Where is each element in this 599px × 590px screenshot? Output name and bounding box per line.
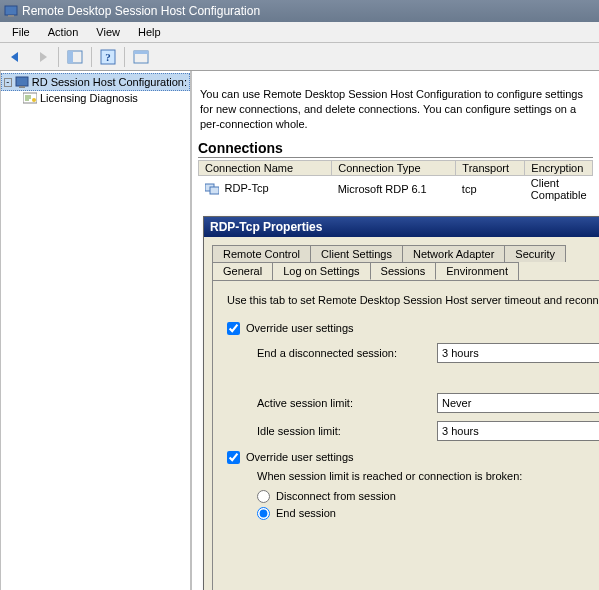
dialog-titlebar: RDP-Tcp Properties <box>204 217 599 237</box>
tab-general[interactable]: General <box>212 262 273 280</box>
svg-rect-7 <box>134 51 148 54</box>
window-title: Remote Desktop Session Host Configuratio… <box>22 4 260 18</box>
disconnect-radio-label: Disconnect from session <box>276 490 396 502</box>
end-session-radio-label: End session <box>276 507 336 519</box>
tab-sessions[interactable]: Sessions <box>370 262 437 280</box>
cell-name: RDP-Tcp <box>225 182 269 194</box>
properties-dialog: RDP-Tcp Properties Remote Control Client… <box>203 216 599 590</box>
end-disconnected-combo[interactable]: 3 hours <box>437 343 599 363</box>
tree-child-licensing[interactable]: Licensing Diagnosis <box>1 91 190 105</box>
svg-point-11 <box>32 98 36 102</box>
tree-expand-icon[interactable]: - <box>4 78 12 87</box>
svg-text:?: ? <box>105 51 111 63</box>
menubar: File Action View Help <box>0 22 599 43</box>
host-config-icon <box>15 75 29 89</box>
sessions-panel: Use this tab to set Remote Desktop Sessi… <box>212 280 599 590</box>
svg-rect-9 <box>19 86 25 88</box>
end-disconnected-label: End a disconnected session: <box>257 347 427 359</box>
disconnect-radio[interactable] <box>257 490 270 503</box>
idle-session-limit-combo[interactable]: 3 hours <box>437 421 599 441</box>
toolbar-separator <box>124 47 125 67</box>
sessions-description: Use this tab to set Remote Desktop Sessi… <box>227 293 599 308</box>
app-icon <box>4 4 18 18</box>
menu-action[interactable]: Action <box>40 24 87 40</box>
show-hide-tree-button[interactable] <box>63 46 87 68</box>
connection-icon <box>205 183 219 195</box>
svg-rect-8 <box>16 77 28 86</box>
tab-log-on-settings[interactable]: Log on Settings <box>272 262 370 280</box>
connections-table: Connection Name Connection Type Transpor… <box>198 160 593 202</box>
table-row[interactable]: RDP-Tcp Microsoft RDP 6.1 tcp Client Com… <box>199 175 593 202</box>
col-transport[interactable]: Transport <box>456 160 525 175</box>
override-user-settings-1-checkbox[interactable] <box>227 322 240 335</box>
override-user-settings-1-label: Override user settings <box>246 322 354 334</box>
cell-transport: tcp <box>456 175 525 202</box>
override-user-settings-2-checkbox[interactable] <box>227 451 240 464</box>
end-session-radio[interactable] <box>257 507 270 520</box>
toolbar-separator <box>58 47 59 67</box>
menu-view[interactable]: View <box>88 24 128 40</box>
active-session-limit-value: Never <box>442 397 471 409</box>
menu-file[interactable]: File <box>4 24 38 40</box>
window-titlebar: Remote Desktop Session Host Configuratio… <box>0 0 599 22</box>
col-connection-name[interactable]: Connection Name <box>199 160 332 175</box>
tab-security[interactable]: Security <box>504 245 566 262</box>
tab-strip: Remote Control Client Settings Network A… <box>212 245 599 280</box>
toolbar: ? <box>0 43 599 71</box>
active-session-limit-combo[interactable]: Never <box>437 393 599 413</box>
svg-rect-13 <box>210 187 219 194</box>
tree-pane: - RD Session Host Configuration: Licensi… <box>0 71 192 590</box>
col-connection-type[interactable]: Connection Type <box>332 160 456 175</box>
when-reached-label: When session limit is reached or connect… <box>257 470 599 482</box>
svg-rect-1 <box>8 15 14 17</box>
toolbar-separator <box>91 47 92 67</box>
menu-help[interactable]: Help <box>130 24 169 40</box>
idle-session-limit-label: Idle session limit: <box>257 425 427 437</box>
end-disconnected-value: 3 hours <box>442 347 479 359</box>
back-button[interactable] <box>4 46 28 68</box>
tab-environment[interactable]: Environment <box>435 262 519 280</box>
tab-network-adapter[interactable]: Network Adapter <box>402 245 505 262</box>
tab-remote-control[interactable]: Remote Control <box>212 245 311 262</box>
col-encryption[interactable]: Encryption <box>525 160 593 175</box>
override-user-settings-2-label: Override user settings <box>246 451 354 463</box>
active-session-limit-label: Active session limit: <box>257 397 427 409</box>
cell-type: Microsoft RDP 6.1 <box>332 175 456 202</box>
cell-encryption: Client Compatible <box>525 175 593 202</box>
forward-button[interactable] <box>30 46 54 68</box>
tree-root-item[interactable]: - RD Session Host Configuration: <box>1 73 190 91</box>
table-header-row: Connection Name Connection Type Transpor… <box>199 160 593 175</box>
svg-rect-3 <box>68 51 73 63</box>
tree-root-label: RD Session Host Configuration: <box>32 76 187 88</box>
connections-heading: Connections <box>198 140 593 158</box>
tab-client-settings[interactable]: Client Settings <box>310 245 403 262</box>
svg-rect-0 <box>5 6 17 15</box>
help-button[interactable]: ? <box>96 46 120 68</box>
tree-child-label: Licensing Diagnosis <box>40 92 138 104</box>
idle-session-limit-value: 3 hours <box>442 425 479 437</box>
refresh-button[interactable] <box>129 46 153 68</box>
licensing-icon <box>23 92 37 104</box>
intro-text: You can use Remote Desktop Session Host … <box>192 71 599 140</box>
